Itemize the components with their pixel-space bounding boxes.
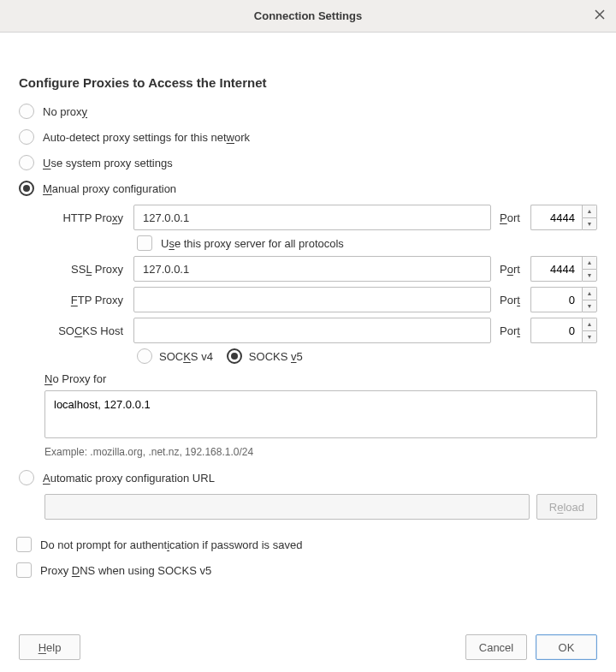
ssl-proxy-label: SSL Proxy bbox=[44, 263, 128, 276]
ftp-proxy-input[interactable] bbox=[133, 287, 491, 312]
step-up-icon[interactable]: ▲ bbox=[582, 256, 597, 269]
socks-host-label: SOCKS Host bbox=[44, 324, 128, 337]
checkbox-label: Do not prompt for authentication if pass… bbox=[40, 538, 302, 551]
radio-icon bbox=[227, 348, 242, 364]
section-heading: Configure Proxies to Access the Internet bbox=[19, 75, 597, 90]
radio-no-proxy[interactable]: No proxy bbox=[19, 102, 597, 121]
no-proxy-for-label: No Proxy for bbox=[44, 372, 597, 385]
checkbox-label: Use this proxy server for all protocols bbox=[161, 237, 344, 250]
ftp-port-label: Port bbox=[496, 294, 525, 306]
ftp-proxy-label: FTP Proxy bbox=[44, 294, 128, 306]
radio-auto-detect[interactable]: Auto-detect proxy settings for this netw… bbox=[19, 128, 597, 146]
socks-port-input[interactable] bbox=[530, 318, 582, 343]
socks-port-spinner[interactable]: ▲▼ bbox=[530, 318, 597, 343]
radio-system-proxy[interactable]: Use system proxy settings bbox=[19, 153, 597, 172]
checkbox-icon bbox=[137, 235, 152, 251]
close-icon bbox=[594, 9, 606, 21]
step-down-icon[interactable]: ▼ bbox=[582, 269, 597, 282]
checkbox-proxy-dns[interactable]: Proxy DNS when using SOCKS v5 bbox=[16, 561, 597, 580]
help-button[interactable]: Help bbox=[19, 634, 80, 660]
titlebar: Connection Settings bbox=[0, 0, 616, 33]
radio-label: Auto-detect proxy settings for this netw… bbox=[43, 131, 250, 144]
dialog-footer: Help Cancel OK bbox=[19, 634, 597, 660]
checkbox-icon bbox=[16, 537, 32, 552]
use-for-all-checkbox-row[interactable]: Use this proxy server for all protocols bbox=[137, 235, 597, 251]
step-down-icon[interactable]: ▼ bbox=[582, 217, 597, 231]
ok-button[interactable]: OK bbox=[536, 634, 597, 660]
ftp-port-spinner[interactable]: ▲▼ bbox=[530, 287, 597, 312]
checkbox-no-prompt[interactable]: Do not prompt for authentication if pass… bbox=[16, 535, 597, 554]
radio-label: Automatic proxy configuration URL bbox=[43, 472, 215, 485]
radio-label: SOCKS v5 bbox=[249, 350, 303, 363]
pac-url-input bbox=[44, 494, 530, 520]
manual-proxy-form: HTTP Proxy Port ▲▼ Use this proxy server… bbox=[44, 205, 597, 364]
step-up-icon[interactable]: ▲ bbox=[582, 205, 597, 217]
radio-label: Use system proxy settings bbox=[43, 157, 173, 169]
http-port-label: Port bbox=[496, 211, 525, 224]
ssl-port-label: Port bbox=[496, 263, 525, 276]
radio-icon bbox=[137, 348, 152, 364]
example-text: Example: .mozilla.org, .net.nz, 192.168.… bbox=[44, 446, 597, 458]
ssl-port-spinner[interactable]: ▲▼ bbox=[530, 256, 597, 282]
checkbox-icon bbox=[16, 562, 32, 578]
cancel-button[interactable]: Cancel bbox=[465, 634, 527, 660]
radio-icon bbox=[19, 181, 34, 196]
http-port-input[interactable] bbox=[530, 205, 582, 230]
close-button[interactable] bbox=[594, 9, 607, 22]
step-up-icon[interactable]: ▲ bbox=[582, 318, 597, 330]
radio-icon bbox=[19, 129, 34, 145]
http-proxy-label: HTTP Proxy bbox=[44, 211, 128, 224]
reload-button: Reload bbox=[536, 494, 597, 520]
socks-host-input[interactable] bbox=[133, 318, 491, 343]
radio-icon bbox=[19, 104, 34, 119]
ssl-port-input[interactable] bbox=[530, 256, 582, 282]
dialog-title: Connection Settings bbox=[254, 9, 362, 22]
radio-socks-v5[interactable]: SOCKS v5 bbox=[227, 348, 303, 364]
step-down-icon[interactable]: ▼ bbox=[582, 330, 597, 344]
radio-icon bbox=[19, 155, 34, 170]
radio-automatic-pac[interactable]: Automatic proxy configuration URL bbox=[19, 468, 597, 487]
radio-label: No proxy bbox=[43, 105, 87, 118]
http-port-spinner[interactable]: ▲▼ bbox=[530, 205, 597, 230]
checkbox-label: Proxy DNS when using SOCKS v5 bbox=[40, 564, 211, 577]
radio-label: Manual proxy configuration bbox=[43, 182, 176, 195]
no-proxy-for-input[interactable] bbox=[44, 390, 597, 438]
radio-label: SOCKS v4 bbox=[159, 350, 213, 363]
ssl-proxy-input[interactable] bbox=[133, 256, 491, 282]
socks-port-label: Port bbox=[496, 324, 525, 337]
radio-icon bbox=[19, 470, 34, 485]
step-up-icon[interactable]: ▲ bbox=[582, 287, 597, 300]
ftp-port-input[interactable] bbox=[530, 287, 582, 312]
radio-manual-proxy[interactable]: Manual proxy configuration bbox=[19, 179, 597, 198]
http-proxy-input[interactable] bbox=[133, 205, 491, 230]
step-down-icon[interactable]: ▼ bbox=[582, 300, 597, 313]
radio-socks-v4[interactable]: SOCKS v4 bbox=[137, 348, 213, 364]
